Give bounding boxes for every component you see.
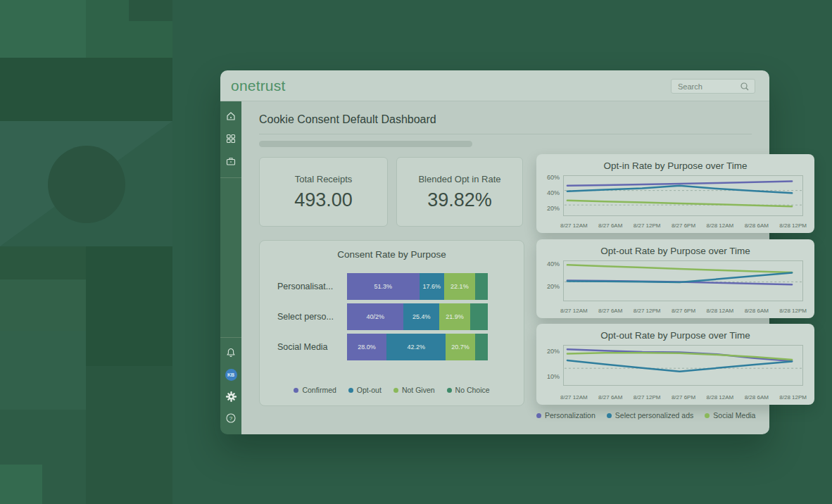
- x-tick-label: 8/27 6AM: [598, 222, 622, 229]
- y-tick-label: 40%: [536, 260, 560, 267]
- sidebar-item-briefcase[interactable]: [220, 152, 241, 170]
- bar-segment-opt-out: 42.2%: [386, 334, 446, 360]
- bar-row: Select perso...40/2%25.4%21.9%: [260, 303, 524, 330]
- x-tick-label: 8/27 12AM: [560, 308, 588, 314]
- legend-dot-icon: [705, 413, 710, 418]
- legend-label: Social Media: [713, 411, 755, 420]
- bar-segment-confirmed: 51.3%: [347, 273, 420, 300]
- legend-label: Select personalized ads: [615, 411, 694, 420]
- bar-segment-value: 21.9%: [446, 313, 464, 320]
- bg-block: [0, 465, 42, 504]
- x-tick-label: 8/28 6AM: [745, 222, 769, 229]
- sidebar-item-settings[interactable]: [220, 387, 241, 405]
- y-tick-label: 40%: [536, 189, 560, 196]
- search-input[interactable]: [672, 82, 739, 91]
- bar-segment-value: 40/2%: [366, 313, 384, 320]
- opt-in-rate-chart: Opt-in Rate by Purpose over Time 20%40%6…: [536, 154, 814, 233]
- kpi-label: Total Receipts: [260, 174, 387, 184]
- series-line-social-media: [567, 265, 792, 272]
- sidebar-item-apps[interactable]: [220, 130, 241, 148]
- consent-chart-legend: ConfirmedOpt-outNot GivenNo Choice: [260, 386, 524, 394]
- kpi-card-total-receipts: Total Receipts 493.00: [259, 157, 388, 227]
- legend-item[interactable]: No Choice: [447, 386, 490, 394]
- bg-circle: [48, 146, 125, 223]
- bg-block: [0, 246, 86, 279]
- legend-item[interactable]: Social Media: [705, 411, 755, 420]
- gear-icon: [225, 391, 237, 403]
- x-tick-label: 8/27 12AM: [560, 394, 588, 401]
- onetrust-logo: onetrust: [231, 77, 285, 94]
- legend-label: Opt-out: [357, 386, 382, 394]
- kpi-card-blended-opt-in-rate: Blended Opt in Rate 39.82%: [396, 157, 523, 227]
- x-tick-label: 8/28 12AM: [707, 222, 734, 229]
- x-axis-labels: 8/27 12AM8/27 6AM8/27 12PM8/27 6PM8/28 1…: [560, 394, 807, 401]
- bar-segment-value: 42.2%: [407, 344, 425, 351]
- legend-label: Confirmed: [302, 386, 336, 394]
- bar-segment-no-choice: [475, 273, 488, 300]
- legend-dot-icon: [348, 388, 353, 393]
- x-tick-label: 8/27 6PM: [672, 222, 695, 229]
- legend-dot-icon: [536, 413, 541, 418]
- line-chart-svg: [564, 261, 802, 301]
- chart-title: Opt-out Rate by Purpose over Time: [536, 330, 814, 341]
- bar-row-label: Social Media: [260, 342, 347, 352]
- series-line-social-media: [567, 201, 792, 206]
- legend-item[interactable]: Not Given: [393, 386, 435, 394]
- sidebar-item-help[interactable]: ?: [220, 409, 241, 427]
- chart-title: Opt-in Rate by Purpose over Time: [536, 160, 814, 171]
- legend-item[interactable]: Opt-out: [348, 386, 382, 394]
- legend-item[interactable]: Confirmed: [294, 386, 336, 394]
- bar-segment-no-choice: [470, 303, 488, 330]
- x-tick-label: 8/27 6PM: [672, 308, 695, 314]
- x-tick-label: 8/28 12PM: [779, 222, 807, 229]
- bar-segment-not-given: 20.7%: [446, 334, 474, 360]
- bar-row: Social Media28.0%42.2%20.7%: [260, 334, 524, 360]
- help-icon: ?: [225, 412, 237, 424]
- sidebar-item-notifications[interactable]: [220, 344, 241, 362]
- briefcase-icon: [225, 156, 237, 167]
- bell-icon: [225, 347, 237, 358]
- sidebar-item-profile[interactable]: KB: [220, 365, 241, 384]
- bg-block: [0, 279, 86, 331]
- consent-rate-by-purpose-chart: Consent Rate by Purpose Personalisat...5…: [259, 240, 524, 406]
- x-tick-label: 8/28 6AM: [745, 394, 769, 401]
- kpi-label: Blended Opt in Rate: [397, 174, 522, 184]
- plot-area: [563, 175, 803, 216]
- bar-segment-confirmed: 28.0%: [347, 334, 386, 360]
- legend-item[interactable]: Select personalized ads: [607, 411, 694, 420]
- sidebar: KB ?: [220, 101, 241, 434]
- search-box[interactable]: [671, 79, 755, 94]
- bar-segment-no-choice: [475, 334, 488, 360]
- legend-dot-icon: [447, 388, 452, 393]
- bar-row-label: Personalisat...: [260, 282, 347, 291]
- sidebar-divider: [220, 337, 241, 338]
- stacked-bar: 51.3%17.6%22.1%: [347, 273, 488, 300]
- kpi-value: 39.82%: [397, 189, 522, 211]
- bg-block: [0, 331, 86, 410]
- series-line-select-personalized-ads: [567, 360, 792, 372]
- bar-segment-not-given: 22.1%: [444, 273, 475, 300]
- bar-segment-value: 51.3%: [374, 283, 393, 290]
- x-tick-label: 8/28 6AM: [745, 308, 769, 314]
- y-tick-label: 20%: [536, 205, 560, 212]
- series-line-select-personalized-ads: [567, 186, 792, 194]
- bar-segment-opt-out: 25.4%: [403, 303, 439, 330]
- legend-dot-icon: [393, 388, 398, 393]
- line-chart-svg: [564, 176, 802, 215]
- kpi-value: 493.00: [260, 189, 387, 211]
- page-title: Cookie Consent Default Dashboard: [259, 113, 436, 126]
- legend-item[interactable]: Personalization: [536, 411, 595, 420]
- x-tick-label: 8/27 12PM: [634, 308, 661, 314]
- line-chart-svg: [564, 346, 802, 385]
- y-tick-label: 20%: [536, 283, 560, 290]
- opt-out-rate-chart-1: Opt-out Rate by Purpose over Time 20%40%…: [536, 239, 814, 318]
- x-tick-label: 8/27 6AM: [598, 308, 622, 314]
- bar-segment-value: 28.0%: [358, 344, 376, 351]
- bar-row: Personalisat...51.3%17.6%22.1%: [260, 273, 524, 300]
- legend-label: No Choice: [455, 386, 490, 394]
- legend-dot-icon: [294, 388, 298, 393]
- y-tick-label: 20%: [536, 348, 560, 355]
- sidebar-item-home[interactable]: [220, 107, 241, 125]
- plot-area: [563, 345, 803, 386]
- x-tick-label: 8/28 12PM: [779, 394, 807, 401]
